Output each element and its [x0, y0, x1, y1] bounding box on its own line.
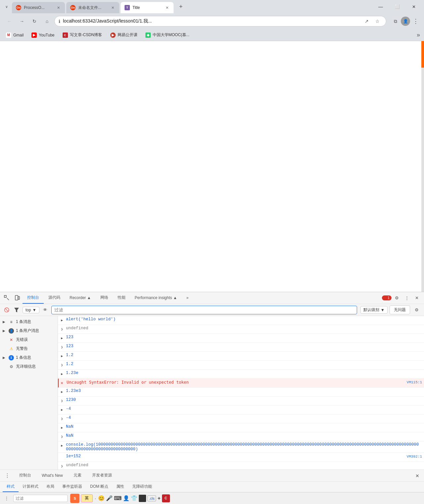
home-button[interactable]: ⌂	[42, 16, 52, 27]
console-settings-icon[interactable]: ⚙	[412, 305, 421, 315]
keyboard-icon[interactable]: ⌨	[114, 495, 122, 501]
maximize-button[interactable]	[390, 1, 405, 12]
bookmark-mooc[interactable]: ◆ 中国大学MOOC(慕...	[142, 31, 193, 39]
address-input[interactable]: ℹ localhost:63342/JavaScript/lesson01/1.…	[54, 16, 386, 27]
close-button[interactable]	[406, 1, 421, 12]
new-tab-button[interactable]: +	[176, 2, 186, 11]
subtab-computed[interactable]: 计算样式	[19, 482, 42, 492]
close-devtools-icon[interactable]: ✕	[412, 293, 421, 303]
console-output[interactable]: ▶ alert('hello world') ❯ undefined ▶ 123…	[58, 316, 424, 470]
status-filter-input[interactable]	[13, 495, 68, 502]
row-expand[interactable]: ▶	[59, 353, 65, 359]
emoji-icon[interactable]: 😊	[98, 495, 105, 501]
devtools-tab-perf-insights[interactable]: Performance insights ▲	[130, 292, 182, 304]
level-selector[interactable]: 默认级别 ▼	[360, 306, 388, 314]
subtab-styles[interactable]: 样式	[3, 482, 19, 492]
tab-list-button[interactable]: ∨	[3, 3, 11, 10]
minimize-button[interactable]	[373, 1, 388, 12]
more-devtools-icon[interactable]: ⋮	[402, 293, 411, 303]
properties-label: 属性	[116, 484, 124, 489]
console-row: ❯ undefined	[58, 325, 424, 334]
bottom-tab-console[interactable]: 控制台	[16, 471, 34, 480]
dark-square-icon[interactable]	[139, 495, 146, 502]
subtab-event-listeners[interactable]: 事件监听器	[58, 482, 86, 492]
subtab-layout[interactable]: 布局	[42, 482, 58, 492]
page-scroll-thumb[interactable]	[421, 41, 424, 68]
filter-toggle-icon[interactable]	[13, 306, 21, 314]
console-tab-label: 控制台	[27, 295, 39, 300]
tab-2-close[interactable]: ✕	[110, 5, 115, 10]
more-options-icon[interactable]: ⋮	[411, 17, 420, 26]
bookmark-star-icon[interactable]: ☆	[373, 17, 382, 26]
tab-3[interactable]: T Title ✕	[121, 2, 174, 13]
row-expand[interactable]: ▶	[59, 335, 65, 342]
back-button[interactable]: ←	[4, 16, 15, 27]
eye-icon[interactable]: 👁	[41, 306, 49, 314]
csdn-brand-icon[interactable]: C	[162, 494, 170, 502]
settings-icon[interactable]: ⚙	[392, 293, 401, 303]
devtools-tab-inspect[interactable]	[1, 292, 12, 304]
profile-icon[interactable]: 👤	[401, 17, 410, 26]
devtools-tab-network[interactable]: 网络	[96, 292, 113, 304]
row-expand[interactable]: ▶	[59, 317, 65, 324]
devtools-tab-console[interactable]: 控制台	[23, 292, 44, 304]
row-expand[interactable]: ▶	[59, 371, 65, 377]
row-content: console.log(1000000000000000000000000000…	[65, 442, 422, 452]
forward-button[interactable]: →	[17, 16, 27, 27]
ime-s-icon[interactable]: S	[70, 494, 80, 503]
share-icon[interactable]: ↗	[362, 17, 371, 26]
reload-button[interactable]: ↻	[29, 16, 40, 27]
sidebar-item-messages[interactable]: ▶ ≡ 1 条消息	[0, 317, 58, 326]
console-filter-input[interactable]	[51, 306, 357, 314]
ime-lang-button[interactable]: 英	[81, 494, 93, 502]
bottom-tab-devresources[interactable]: 开发者资源	[89, 471, 115, 480]
bookmark-gmail[interactable]: M Gmail	[3, 31, 27, 39]
devtools-tab-device[interactable]	[12, 292, 23, 304]
add-icon[interactable]: +	[157, 495, 160, 501]
clear-console-icon[interactable]: 🚫	[3, 306, 11, 314]
bottom-tab-elements[interactable]: 元素	[70, 471, 85, 480]
page-scrollbar[interactable]	[421, 41, 424, 292]
devtools-tab-recorder[interactable]: Recorder ▲	[65, 292, 96, 304]
context-selector[interactable]: top ▼	[23, 307, 39, 313]
mic-icon[interactable]: 🎤	[106, 495, 113, 501]
row-expand[interactable]: ▶	[59, 424, 65, 431]
console-error-row: ✕ Uncaught SyntaxError: Invalid or unexp…	[58, 379, 424, 388]
devtools-tab-more[interactable]: »	[182, 292, 193, 304]
console-row: ▶ alert('hello world')	[58, 316, 424, 325]
row-expand[interactable]: ▶	[59, 442, 65, 449]
sidebar-item-info[interactable]: ▶ ℹ 1 条信息	[0, 353, 58, 362]
clothing-icon[interactable]: 👕	[131, 495, 137, 501]
error-link[interactable]: VM115:1	[404, 380, 422, 384]
devresources-label: 开发者资源	[92, 473, 112, 477]
bottom-tab-whats-new[interactable]: What's New	[38, 472, 66, 480]
subtab-dom-breakpoints[interactable]: DOM 断点	[86, 482, 112, 492]
vm-link[interactable]: VM392:1	[404, 454, 422, 459]
subtab-accessibility[interactable]: 无障碍功能	[128, 482, 156, 492]
tab-1-close[interactable]: ✕	[56, 5, 61, 10]
tab-1[interactable]: On ProcessO... ✕	[12, 2, 65, 13]
subtab-properties[interactable]: 属性	[112, 482, 128, 492]
tab-2[interactable]: On 未命名文件... ✕	[66, 2, 119, 13]
console-row: ❯ NaN	[58, 432, 424, 441]
close-bottom-panel[interactable]: ✕	[413, 472, 421, 480]
devtools-tab-performance[interactable]: 性能	[113, 292, 130, 304]
row-expand[interactable]: ▶	[59, 407, 65, 413]
split-view-icon[interactable]: ⧉	[391, 17, 400, 26]
bookmark-csdn[interactable]: C 写文章-CSDN博客	[59, 31, 106, 39]
sidebar-item-user-messages[interactable]: ▶ 👤 1 条用户消息	[0, 326, 58, 335]
sidebar-item-warnings[interactable]: ⚠ 无警告	[0, 344, 58, 353]
bookmark-youtube[interactable]: ▶ YouTube	[28, 31, 58, 39]
devtools-tab-source[interactable]: 源代码	[44, 292, 65, 304]
more-bookmarks[interactable]: »	[415, 31, 421, 38]
row-expand[interactable]: ▶	[59, 389, 65, 395]
csdn-small-icon[interactable]: .cls	[147, 495, 156, 501]
tab-3-close[interactable]: ✕	[164, 5, 170, 10]
status-more-icon[interactable]: ⋮	[3, 494, 11, 502]
bookmark-wangyi[interactable]: ▶ 网易公开课	[107, 31, 141, 39]
ime-dot-icon[interactable]: ·	[94, 495, 97, 502]
sidebar-item-errors[interactable]: ✕ 无错误	[0, 335, 58, 344]
sidebar-item-verbose[interactable]: ⚙ 无详细信息	[0, 362, 58, 371]
bottom-more-icon[interactable]: ⋮	[3, 471, 12, 480]
user2-icon[interactable]: 👤	[123, 495, 130, 501]
